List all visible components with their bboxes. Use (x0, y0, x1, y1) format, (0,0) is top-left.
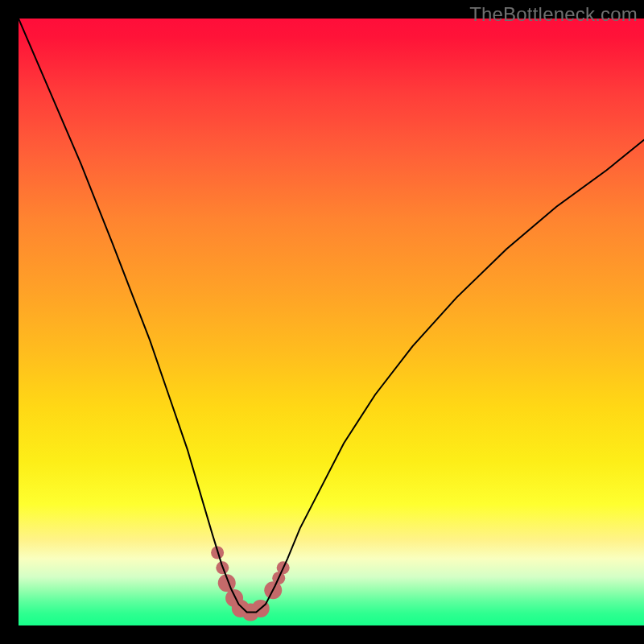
marker-group (211, 547, 290, 621)
bottleneck-curve (19, 19, 644, 612)
watermark-text: TheBottleneck.com (469, 3, 638, 26)
curve-layer (19, 19, 644, 625)
plot-area (19, 19, 644, 625)
chart-container: TheBottleneck.com (0, 0, 644, 644)
